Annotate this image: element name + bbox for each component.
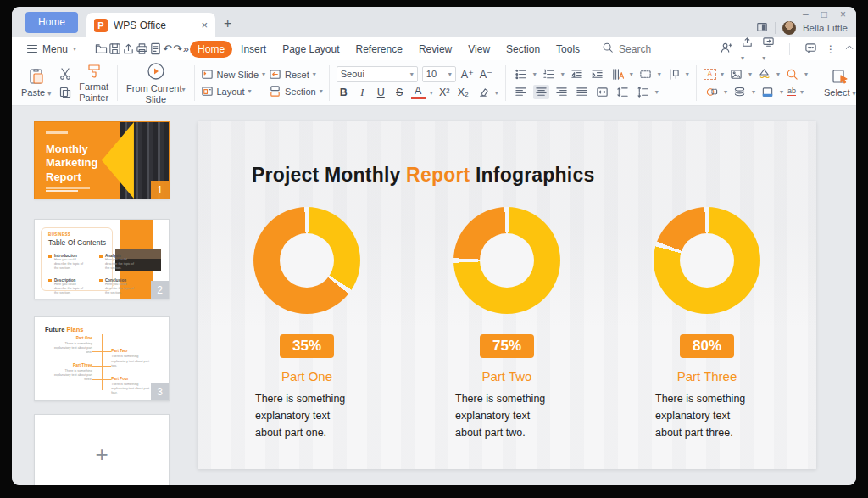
increase-indent-icon[interactable] <box>589 67 605 81</box>
slide-title[interactable]: Project Monthly Report Infographics <box>252 164 816 187</box>
slide-number-badge: 2 <box>151 281 169 299</box>
document-tab[interactable]: P WPS Office × <box>86 13 215 37</box>
part-title: Part One <box>281 369 332 383</box>
italic-button[interactable]: I <box>355 86 370 100</box>
minimize-button[interactable]: – <box>803 9 809 20</box>
clear-format-icon[interactable] <box>475 86 491 100</box>
decrease-indent-icon[interactable] <box>569 67 585 81</box>
divider <box>789 43 790 55</box>
vertical-text-icon[interactable] <box>665 67 682 81</box>
redo-icon[interactable]: ↷ <box>173 41 182 58</box>
justify-icon[interactable] <box>574 85 590 99</box>
replace-icon[interactable]: ab <box>787 87 796 97</box>
share-user-icon[interactable] <box>720 42 732 57</box>
subscript-button[interactable]: X₂ <box>456 86 470 100</box>
present-icon[interactable]: ▾ <box>762 36 775 63</box>
bold-button[interactable]: B <box>337 86 351 100</box>
ribbon-tab-view[interactable]: View <box>460 41 498 58</box>
ribbon-tab-review[interactable]: Review <box>411 41 459 58</box>
donut-hole <box>280 233 334 288</box>
print-icon[interactable] <box>136 41 148 58</box>
font-size-select[interactable]: 10▾ <box>422 66 456 82</box>
find-icon[interactable] <box>784 67 800 81</box>
font-name-select[interactable]: Seoui▾ <box>337 66 418 82</box>
font-color-button[interactable]: A <box>411 87 426 99</box>
select-button[interactable]: Select ▾ <box>820 67 856 98</box>
ribbon-tab-home[interactable]: Home <box>190 41 232 58</box>
copy-icon[interactable] <box>57 85 73 99</box>
thumbnail-slide-2[interactable]: BUSINESS Table Of Contents IntroductionH… <box>34 219 170 299</box>
comment-icon[interactable] <box>804 42 817 57</box>
menu-button[interactable]: Menu ▾ <box>22 42 81 57</box>
ribbon-tab-insert[interactable]: Insert <box>233 41 274 58</box>
text-box-border-icon[interactable] <box>637 67 654 81</box>
format-painter-button[interactable]: FarmatPainter <box>75 63 113 103</box>
new-tab-button[interactable]: + <box>224 16 231 31</box>
insert-text-box-icon[interactable]: A <box>704 69 716 80</box>
layers-icon[interactable] <box>732 85 748 99</box>
insert-shape-icon[interactable] <box>704 85 720 99</box>
add-slide-icon[interactable]: + <box>95 441 108 467</box>
search-input[interactable] <box>619 43 712 55</box>
chevron-down-icon: ▾ <box>73 45 76 53</box>
user-name[interactable]: Bella Little <box>803 23 848 33</box>
fill-color-icon[interactable] <box>756 67 772 81</box>
ribbon-tab-section[interactable]: Section <box>498 41 548 58</box>
toc-item: DescriptionHere you could describe the t… <box>48 278 91 295</box>
save-icon[interactable] <box>108 41 121 58</box>
percent-badge: 80% <box>680 334 734 358</box>
thumbnail-new-slide[interactable]: + <box>34 414 170 485</box>
paragraph-spacing-icon[interactable] <box>635 85 651 99</box>
search-box[interactable] <box>602 42 712 56</box>
ribbon-tab-page-layout[interactable]: Page Layout <box>275 41 347 58</box>
new-slide-button[interactable]: New Slide▾ <box>201 68 266 81</box>
preview-icon[interactable] <box>149 41 162 58</box>
avatar[interactable] <box>782 21 796 35</box>
decrease-font-button[interactable]: A⁻ <box>479 67 493 81</box>
split-view-icon[interactable] <box>756 21 768 35</box>
numbered-list-icon[interactable] <box>541 67 557 81</box>
more-commands-icon[interactable]: » <box>183 41 189 58</box>
ribbon-tab-tools[interactable]: Tools <box>548 41 587 58</box>
superscript-button[interactable]: X² <box>437 86 452 100</box>
close-window-button[interactable]: × <box>840 9 846 20</box>
close-tab-icon[interactable]: × <box>201 19 208 31</box>
donut-chart-part-two <box>453 207 560 314</box>
slide-thumbnail-panel[interactable]: Monthly Marketing Report 1 BUSINESS Tabl… <box>12 106 198 485</box>
infographic-part-three[interactable]: 80% Part Three There is something explan… <box>637 207 776 441</box>
cut-icon[interactable] <box>57 66 73 81</box>
layout-button[interactable]: Layout▾ <box>201 85 266 98</box>
export-icon[interactable] <box>122 41 135 58</box>
upload-share-icon[interactable]: ▾ <box>741 36 754 63</box>
line-spacing-icon[interactable] <box>615 85 631 99</box>
collapse-ribbon-icon[interactable] <box>844 42 854 55</box>
home-launcher-button[interactable]: Home <box>25 12 78 33</box>
distribute-text-icon[interactable] <box>594 85 610 99</box>
play-from-current-slide-button[interactable]: From Current▾Slide <box>122 61 189 104</box>
more-options-icon[interactable]: ⋮ <box>826 43 836 55</box>
undo-icon[interactable]: ↶ <box>163 41 172 58</box>
ribbon-tab-reference[interactable]: Reference <box>348 41 410 58</box>
infographic-part-two[interactable]: 75% Part Two There is something explanat… <box>437 207 576 441</box>
section-button[interactable]: Section▾ <box>269 85 323 98</box>
infographic-part-one[interactable]: 35% Part One There is something explanat… <box>237 207 376 441</box>
open-file-icon[interactable] <box>95 41 108 58</box>
insert-picture-icon[interactable] <box>728 67 744 81</box>
text-direction-icon[interactable] <box>609 67 626 81</box>
bullet-list-icon[interactable] <box>513 67 529 81</box>
underline-button[interactable]: U <box>374 86 388 100</box>
paste-button[interactable]: Paste ▾ <box>17 67 55 98</box>
frame-icon[interactable] <box>760 85 776 99</box>
maximize-button[interactable]: □ <box>821 9 827 20</box>
increase-font-button[interactable]: A⁺ <box>460 67 475 81</box>
thumbnail-slide-3[interactable]: Future Plans Part OneThere is something … <box>34 316 170 401</box>
slide-canvas[interactable]: Project Monthly Report Infographics 35% … <box>198 121 816 469</box>
eyebrow-line <box>46 131 68 134</box>
timeline-entry: Part FourThere is something explanatory … <box>104 377 152 396</box>
thumbnail-slide-1[interactable]: Monthly Marketing Report 1 <box>34 121 170 199</box>
align-left-icon[interactable] <box>513 85 529 99</box>
align-right-icon[interactable] <box>554 85 570 99</box>
align-center-icon[interactable] <box>533 85 549 99</box>
strikethrough-button[interactable]: S <box>392 86 407 100</box>
reset-button[interactable]: Reset▾ <box>269 68 323 81</box>
